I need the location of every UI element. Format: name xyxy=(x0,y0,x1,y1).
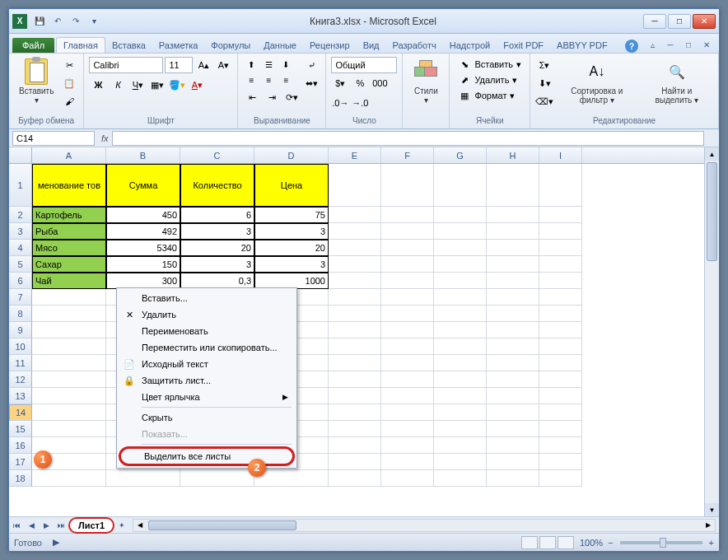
font-color-button[interactable]: A▾ xyxy=(188,77,206,93)
find-select-button[interactable]: 🔍 Найти и выделить ▾ xyxy=(641,57,713,106)
paste-button[interactable]: Вставить ▾ xyxy=(14,57,58,106)
name-box[interactable]: C14 xyxy=(12,131,95,146)
cell[interactable]: менование тов xyxy=(32,164,106,207)
context-menu-item[interactable]: Выделить все листы xyxy=(119,446,295,466)
fill-button[interactable]: ⬇▾ xyxy=(535,75,553,91)
decrease-decimal-button[interactable]: →.0 xyxy=(351,95,369,111)
increase-decimal-button[interactable]: .0→ xyxy=(331,95,349,111)
cell[interactable] xyxy=(539,454,582,470)
cell[interactable] xyxy=(329,404,381,421)
cell[interactable] xyxy=(434,388,487,404)
merge-button[interactable]: ⬌▾ xyxy=(302,75,320,91)
column-header-I[interactable]: I xyxy=(539,147,582,163)
row-header[interactable]: 18 xyxy=(9,470,32,487)
number-format-select[interactable]: Общий xyxy=(331,57,397,73)
column-header-A[interactable]: A xyxy=(32,147,106,163)
cell[interactable] xyxy=(539,421,582,437)
cell[interactable] xyxy=(381,437,434,454)
row-header[interactable]: 8 xyxy=(9,306,32,322)
cell[interactable] xyxy=(487,355,539,371)
context-menu-item[interactable]: Цвет ярлычка▶ xyxy=(119,389,295,405)
cell[interactable] xyxy=(539,306,582,322)
styles-button[interactable]: Стили ▾ xyxy=(408,57,444,106)
qat-redo-icon[interactable]: ↷ xyxy=(68,13,84,30)
cell[interactable] xyxy=(487,223,539,240)
cell[interactable] xyxy=(381,421,434,437)
align-bottom-button[interactable]: ⬇ xyxy=(278,57,294,72)
cell[interactable] xyxy=(434,240,487,256)
increase-indent-button[interactable]: ⇥ xyxy=(263,89,281,105)
cell[interactable] xyxy=(381,223,434,240)
cell[interactable]: Картофель xyxy=(32,207,106,223)
cell[interactable]: Сумма xyxy=(106,164,180,207)
cell[interactable] xyxy=(487,240,539,256)
cell[interactable] xyxy=(539,388,582,404)
row-header[interactable]: 6 xyxy=(9,273,32,289)
tab-data[interactable]: Данные xyxy=(257,38,303,53)
cell[interactable] xyxy=(487,256,539,273)
cell[interactable] xyxy=(381,164,434,207)
row-header[interactable]: 10 xyxy=(9,338,32,355)
sheet-nav-next[interactable]: ▶ xyxy=(39,518,54,533)
grid-rows[interactable]: 1менование товСуммаКоличествоЦена2Картоф… xyxy=(9,164,704,516)
sheet-tab-1[interactable]: Лист1 xyxy=(68,517,114,534)
sheet-nav-first[interactable]: ⏮ xyxy=(9,518,24,533)
cell[interactable] xyxy=(434,223,487,240)
row-header[interactable]: 11 xyxy=(9,355,32,371)
sort-filter-button[interactable]: A↓ Сортировка и фильтр ▾ xyxy=(555,57,639,106)
cell[interactable] xyxy=(329,240,381,256)
new-sheet-button[interactable]: ✦ xyxy=(114,518,129,533)
row-header[interactable]: 17 xyxy=(9,454,32,470)
cell[interactable]: 450 xyxy=(106,207,180,223)
view-break-button[interactable] xyxy=(558,536,574,549)
row-header[interactable]: 12 xyxy=(9,371,32,388)
cell[interactable] xyxy=(180,470,254,487)
maximize-button[interactable]: □ xyxy=(668,14,691,29)
tab-insert[interactable]: Вставка xyxy=(105,38,152,53)
cell[interactable]: 3 xyxy=(180,256,254,273)
cell[interactable]: Мясо xyxy=(32,240,106,256)
copy-button[interactable]: 📋 xyxy=(60,75,78,91)
cell[interactable] xyxy=(539,256,582,273)
qat-dropdown-icon[interactable]: ▾ xyxy=(86,13,102,30)
cell[interactable] xyxy=(32,338,106,355)
font-name-select[interactable]: Calibri xyxy=(89,57,163,73)
cell[interactable] xyxy=(381,388,434,404)
comma-button[interactable]: 000 xyxy=(371,75,389,91)
column-header-F[interactable]: F xyxy=(381,147,434,163)
cell[interactable] xyxy=(106,470,180,487)
cell[interactable] xyxy=(487,289,539,306)
cell[interactable] xyxy=(381,404,434,421)
row-header[interactable]: 13 xyxy=(9,388,32,404)
cell[interactable] xyxy=(487,454,539,470)
cell[interactable]: 75 xyxy=(254,207,329,223)
cell[interactable] xyxy=(329,371,381,388)
cell[interactable] xyxy=(539,240,582,256)
row-header[interactable]: 5 xyxy=(9,256,32,273)
cell[interactable] xyxy=(381,371,434,388)
decrease-indent-button[interactable]: ⇤ xyxy=(243,89,261,105)
context-menu-item[interactable]: ✕Удалить xyxy=(119,306,295,323)
cell[interactable] xyxy=(329,223,381,240)
format-cells-button[interactable]: ▦Формат ▾ xyxy=(455,88,518,103)
cell[interactable] xyxy=(487,371,539,388)
context-menu-item[interactable]: Вставить... xyxy=(119,290,295,306)
bold-button[interactable]: Ж xyxy=(89,77,107,93)
cell[interactable]: 0,3 xyxy=(180,273,254,289)
ribbon-minimize-icon[interactable]: ▵ xyxy=(644,36,660,53)
column-header-E[interactable]: E xyxy=(329,147,381,163)
row-header[interactable]: 2 xyxy=(9,207,32,223)
help-icon[interactable]: ? xyxy=(625,40,638,53)
cell[interactable] xyxy=(329,338,381,355)
cell[interactable] xyxy=(434,289,487,306)
cell[interactable] xyxy=(329,289,381,306)
cell[interactable] xyxy=(329,355,381,371)
cell[interactable] xyxy=(539,355,582,371)
cell[interactable] xyxy=(329,306,381,322)
cell[interactable] xyxy=(434,164,487,207)
cell[interactable] xyxy=(487,388,539,404)
sheet-nav-last[interactable]: ⏭ xyxy=(54,518,68,533)
cell[interactable] xyxy=(434,355,487,371)
cell[interactable] xyxy=(381,289,434,306)
font-size-select[interactable]: 11 xyxy=(165,57,193,73)
